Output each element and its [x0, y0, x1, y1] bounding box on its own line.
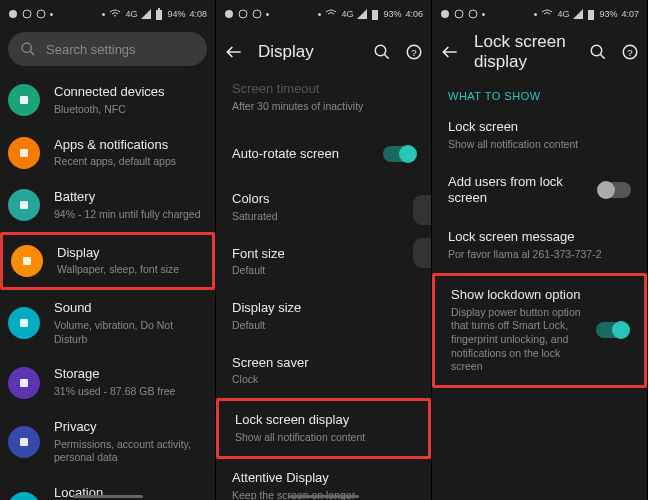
- svg-rect-13: [20, 379, 28, 387]
- item-title: Attentive Display: [232, 470, 415, 487]
- toggle-switch[interactable]: [599, 182, 631, 198]
- wifi-icon: [109, 9, 121, 19]
- signal-icon: [141, 9, 151, 19]
- settings-item-apps-notifications[interactable]: Apps & notificationsRecent apps, default…: [0, 127, 215, 180]
- wifi-icon: [541, 9, 553, 19]
- alarm-icon: [22, 9, 32, 19]
- item-subtitle: Display power button option that turns o…: [451, 306, 582, 374]
- item-subtitle: 94% - 12 min until fully charged: [54, 208, 201, 222]
- toggle-switch[interactable]: [383, 146, 415, 162]
- item-title: Battery: [54, 189, 201, 206]
- status-bar: 4G 93% 4:06: [216, 0, 431, 28]
- search-icon: [20, 41, 36, 57]
- settings-item-sound[interactable]: SoundVolume, vibration, Do Not Disturb: [0, 290, 215, 356]
- dot-icon: [50, 13, 53, 16]
- display-item[interactable]: Attentive DisplayKeep the screen on long…: [216, 459, 431, 500]
- toggle-switch[interactable]: [596, 322, 628, 338]
- display-item[interactable]: Screen saverClock: [216, 344, 431, 399]
- svg-line-7: [30, 51, 34, 55]
- section-label: WHAT TO SHOW: [432, 76, 647, 108]
- item-title: Apps & notifications: [54, 137, 201, 154]
- back-icon[interactable]: [440, 42, 460, 62]
- display-item[interactable]: Screen timeoutAfter 30 minutes of inacti…: [216, 76, 431, 128]
- item-title: Lock screen: [448, 119, 631, 136]
- category-icon: [8, 189, 40, 221]
- item-title: Show lockdown option: [451, 287, 582, 304]
- svg-rect-8: [20, 96, 28, 104]
- alarm-icon: [454, 9, 464, 19]
- msg-icon: [8, 9, 18, 19]
- svg-point-21: [266, 13, 269, 16]
- svg-rect-5: [158, 8, 160, 10]
- item-subtitle: Permissions, account activity, personal …: [54, 438, 201, 465]
- lockscreen-item[interactable]: Add users from lock screen: [432, 163, 647, 219]
- svg-point-19: [239, 10, 247, 18]
- item-title: Screen timeout: [232, 81, 415, 98]
- search-icon[interactable]: [373, 43, 391, 61]
- page-title: Lock screen display: [474, 32, 575, 72]
- settings-item-connected-devices[interactable]: Connected devicesBluetooth, NFC: [0, 74, 215, 127]
- search-icon[interactable]: [589, 43, 607, 61]
- item-title: Sound: [54, 300, 201, 317]
- settings-item-privacy[interactable]: PrivacyPermissions, account activity, pe…: [0, 409, 215, 475]
- svg-point-29: [455, 10, 463, 18]
- lockscreen-item[interactable]: Lock screenShow all notification content: [432, 108, 647, 163]
- category-icon: [11, 245, 43, 277]
- status-bar: 4G 94% 4:08: [0, 0, 215, 28]
- settings-item-battery[interactable]: Battery94% - 12 min until fully charged: [0, 179, 215, 232]
- svg-text:?: ?: [411, 47, 417, 58]
- display-item[interactable]: Display sizeDefault: [216, 289, 431, 344]
- lockscreen-list: Lock screenShow all notification content…: [432, 108, 647, 388]
- svg-rect-11: [23, 257, 31, 265]
- svg-line-25: [384, 54, 389, 59]
- search-input[interactable]: Search settings: [8, 32, 207, 66]
- item-subtitle: Show all notification content: [235, 431, 412, 445]
- scrollbar[interactable]: [73, 495, 143, 498]
- settings-item-display[interactable]: DisplayWallpaper, sleep, font size: [0, 232, 215, 291]
- dnd-icon: [252, 9, 262, 19]
- display-item[interactable]: Lock screen displayShow all notification…: [216, 398, 431, 459]
- display-item[interactable]: Auto-rotate screen: [216, 128, 431, 180]
- svg-rect-10: [20, 201, 28, 209]
- display-item[interactable]: Font sizeDefault: [216, 235, 431, 290]
- item-title: Colors: [232, 191, 415, 208]
- status-bar: 4G 93% 4:07: [432, 0, 647, 28]
- dot-icon: [318, 13, 321, 16]
- item-subtitle: Volume, vibration, Do Not Disturb: [54, 319, 201, 346]
- svg-point-2: [50, 13, 53, 16]
- item-subtitle: Default: [232, 319, 415, 333]
- back-icon[interactable]: [224, 42, 244, 62]
- signal-icon: [357, 9, 367, 19]
- item-subtitle: Clock: [232, 373, 415, 387]
- dot-icon: [266, 13, 269, 16]
- item-subtitle: 31% used - 87.68 GB free: [54, 385, 201, 399]
- dot-icon: [534, 13, 537, 16]
- item-title: Add users from lock screen: [448, 174, 585, 208]
- battery-pct: 94%: [167, 9, 185, 19]
- item-subtitle: Bluetooth, NFC: [54, 103, 201, 117]
- header: Lock screen display ?: [432, 28, 647, 76]
- svg-rect-12: [20, 319, 28, 327]
- help-icon[interactable]: ?: [405, 43, 423, 61]
- item-title: Auto-rotate screen: [232, 146, 369, 163]
- category-icon: [8, 307, 40, 339]
- item-subtitle: Recent apps, default apps: [54, 155, 201, 169]
- edge-tab[interactable]: [413, 238, 431, 268]
- category-icon: [8, 137, 40, 169]
- edge-tab[interactable]: [413, 195, 431, 225]
- battery-pct: 93%: [383, 9, 401, 19]
- display-item[interactable]: ColorsSaturated: [216, 180, 431, 235]
- lockscreen-item[interactable]: Lock screen messagePor favor llama al 26…: [432, 218, 647, 273]
- svg-point-20: [253, 10, 261, 18]
- svg-point-6: [22, 43, 31, 52]
- svg-point-0: [9, 10, 17, 18]
- svg-line-35: [600, 54, 605, 59]
- header: Display ?: [216, 28, 431, 76]
- scrollbar[interactable]: [289, 495, 359, 498]
- item-title: Connected devices: [54, 84, 201, 101]
- lockscreen-item[interactable]: Show lockdown optionDisplay power button…: [432, 273, 647, 388]
- settings-item-storage[interactable]: Storage31% used - 87.68 GB free: [0, 356, 215, 409]
- help-icon[interactable]: ?: [621, 43, 639, 61]
- svg-point-28: [441, 10, 449, 18]
- dnd-icon: [36, 9, 46, 19]
